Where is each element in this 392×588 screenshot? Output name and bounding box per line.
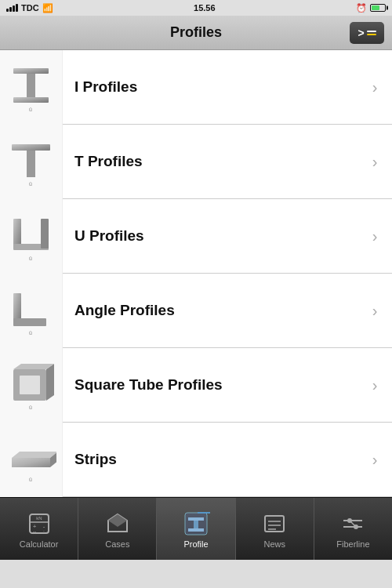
chevron-right-icon: › (367, 303, 383, 318)
calculator-icon: kN + - × ÷ (25, 510, 53, 538)
tab-fiberline-label: Fiberline (336, 539, 369, 549)
square-tube-profiles-label: Square Tube Profiles (63, 376, 367, 394)
svg-text:ü: ü (29, 256, 32, 261)
list-item[interactable]: ü U Profiles › (0, 199, 392, 274)
i-profiles-label: I Profiles (63, 78, 367, 96)
list-item[interactable]: ü T Profiles › (0, 125, 392, 199)
time-label: 15.56 (194, 3, 216, 13)
svg-rect-5 (27, 151, 35, 177)
strip-profile-image: ü (0, 423, 63, 497)
chevron-right-icon: › (367, 154, 383, 169)
battery-icon (370, 4, 386, 12)
status-bar: TDC 📶 15.56 ⏰ (0, 0, 392, 16)
svg-text:ü: ü (29, 330, 32, 336)
news-icon (260, 510, 289, 538)
tab-fiberline[interactable]: Fiberline (314, 498, 392, 560)
svg-line-46 (350, 521, 356, 527)
svg-text:×: × (32, 529, 36, 536)
i-profile-icon: ü (5, 62, 56, 113)
i-profile-image: ü (0, 50, 63, 125)
tab-news-label: News (263, 539, 285, 549)
list-item[interactable]: ü Angle Profiles › (0, 274, 392, 348)
angle-profile-icon: ü (5, 285, 56, 336)
list-item[interactable]: ü I Profiles › (0, 50, 392, 125)
svg-rect-2 (13, 97, 49, 103)
fiberline-icon (339, 510, 367, 538)
signal-icon (6, 4, 18, 12)
svg-text:ü: ü (29, 181, 32, 187)
u-profile-image: ü (0, 199, 63, 274)
strips-label: Strips (63, 451, 367, 468)
svg-text:kN: kN (36, 516, 42, 521)
chevron-right-icon: › (367, 452, 383, 467)
tab-bar: kN + - × ÷ Calculator Cases (0, 497, 392, 560)
svg-rect-35 (188, 528, 204, 532)
nav-bar: Profiles > (0, 16, 392, 50)
svg-rect-1 (27, 74, 35, 97)
u-profiles-label: U Profiles (63, 227, 367, 245)
chevron-right-icon: › (367, 228, 383, 244)
svg-rect-9 (41, 219, 49, 249)
angle-profiles-label: Angle Profiles (63, 302, 367, 319)
tab-calculator-label: Calculator (20, 539, 59, 549)
strip-profile-icon: ü (5, 434, 56, 485)
carrier-label: TDC (21, 3, 39, 13)
nav-right-button[interactable]: > (350, 22, 384, 44)
svg-rect-4 (12, 144, 50, 151)
profile-icon (182, 510, 210, 538)
angle-profile-image: ü (0, 274, 63, 348)
svg-text:ü: ü (29, 477, 32, 482)
tab-calculator[interactable]: kN + - × ÷ Calculator (0, 498, 78, 560)
t-profile-icon: ü (5, 136, 56, 187)
profile-list: ü I Profiles › ü T Profiles › (0, 50, 392, 497)
square-tube-profile-icon: ü (5, 360, 56, 411)
svg-text:ü: ü (29, 405, 32, 410)
svg-marker-19 (12, 458, 50, 467)
svg-rect-0 (13, 68, 49, 74)
u-profile-icon: ü (5, 211, 56, 262)
tab-cases[interactable]: Cases (78, 498, 157, 560)
svg-marker-20 (12, 452, 56, 458)
tab-profile[interactable]: Profile (157, 498, 235, 560)
list-item[interactable]: ü Square Tube Profiles › (0, 348, 392, 423)
svg-text:ü: ü (29, 107, 32, 112)
svg-text:÷: ÷ (42, 529, 45, 536)
chevron-right-icon: › (367, 79, 383, 95)
wifi-icon: 📶 (42, 3, 53, 13)
tab-profile-label: Profile (183, 539, 208, 549)
page-title: Profiles (170, 24, 222, 41)
svg-rect-34 (194, 521, 198, 528)
t-profiles-label: T Profiles (63, 153, 367, 170)
tab-cases-label: Cases (105, 539, 129, 549)
svg-rect-12 (13, 318, 46, 326)
svg-marker-31 (108, 514, 127, 527)
list-item[interactable]: ü Strips › (0, 423, 392, 497)
svg-marker-16 (46, 364, 54, 401)
tab-news[interactable]: News (236, 498, 314, 560)
chevron-right-icon: › (367, 377, 383, 393)
t-profile-image: ü (0, 125, 63, 199)
svg-rect-15 (20, 376, 40, 394)
square-tube-profile-image: ü (0, 348, 63, 423)
clock-icon: ⏰ (356, 3, 367, 13)
svg-rect-33 (188, 517, 204, 521)
cases-icon (103, 510, 132, 538)
